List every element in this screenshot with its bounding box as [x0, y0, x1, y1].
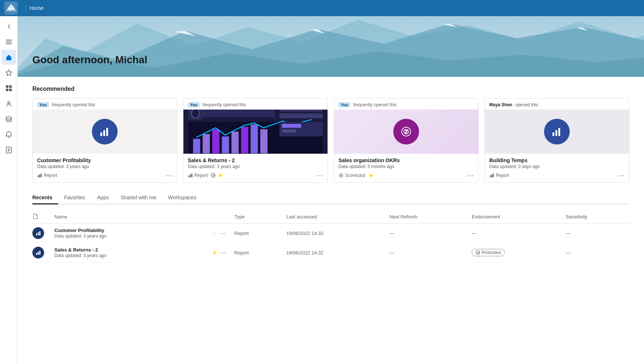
row-more-1[interactable]: ⋯: [220, 230, 226, 237]
card-type-1: Report: [37, 173, 57, 178]
card-type-row-2: Report ⋯: [188, 172, 323, 179]
card-type-3: Scorecard: [339, 173, 373, 178]
sidebar-item-apps[interactable]: [1, 81, 16, 96]
card-more-btn-3[interactable]: ⋯: [467, 172, 474, 179]
row-date-cell-1: 19/06/2022 14:32: [282, 224, 385, 243]
card-reason-2: You frequently opened this: [183, 99, 328, 110]
row-endorsement-cell-2: Promoted: [467, 243, 561, 263]
recommended-section: Recommended You frequently opened this C…: [18, 77, 644, 183]
table-header-row: Name Type Last accessed Next Refresh End…: [32, 210, 629, 224]
svg-point-8: [8, 101, 10, 104]
sidebar-item-datasets[interactable]: [1, 112, 16, 126]
tabs-section: Recents Favorites Apps Shared with me Wo…: [18, 183, 644, 204]
recents-tabs: Recents Favorites Apps Shared with me Wo…: [32, 192, 629, 204]
svg-rect-16: [39, 174, 40, 177]
card-footer-3: Sales organization OKRs Data updated: 5 …: [334, 154, 478, 182]
svg-rect-27: [232, 132, 239, 153]
svg-point-35: [192, 110, 199, 118]
row-type-cell-2: Report: [230, 243, 282, 263]
card-icons-right-2: ⋯: [316, 172, 323, 179]
card-icons-right-1: ⋯: [166, 172, 172, 179]
svg-rect-54: [39, 251, 40, 255]
card-type-row-1: Report ⋯: [37, 172, 172, 179]
row-sub-2: Data updated: 3 years ago: [54, 253, 106, 258]
card-name-4: Building Temps: [489, 157, 625, 163]
tab-apps[interactable]: Apps: [91, 192, 115, 204]
sidebar-item-menu[interactable]: [1, 35, 16, 49]
card-name-3: Sales organization OKRs: [339, 157, 474, 163]
row-icon-cell-2: [32, 243, 50, 263]
svg-rect-28: [241, 127, 248, 153]
svg-rect-14: [106, 128, 108, 136]
svg-point-39: [211, 174, 215, 178]
top-bar: Home: [0, 0, 644, 16]
svg-rect-29: [251, 124, 258, 153]
svg-rect-53: [38, 252, 39, 255]
sidebar-item-home[interactable]: [1, 50, 16, 65]
card-sub-1: Data updated: 3 years ago: [37, 164, 172, 169]
hero-banner: Good afternoon, Michal: [18, 16, 644, 77]
card-type-2: Report: [188, 173, 223, 178]
row-name-2[interactable]: Sales & Returns - 2: [54, 247, 106, 253]
row-refresh-cell-1: —: [385, 224, 468, 243]
row-star-2[interactable]: ★: [212, 250, 217, 256]
row-refresh-2: —: [390, 250, 394, 256]
svg-point-9: [6, 117, 11, 119]
svg-rect-52: [36, 253, 37, 255]
card-reason-1: You frequently opened this: [33, 99, 177, 110]
card-more-btn-4[interactable]: ⋯: [618, 172, 625, 179]
col-endorsement: Endorsement: [467, 210, 561, 224]
row-sensitivity-2: —: [566, 250, 570, 256]
recents-table: Name Type Last accessed Next Refresh End…: [32, 210, 629, 263]
svg-point-55: [476, 251, 480, 254]
card-type-row-3: Scorecard ⋯: [339, 172, 474, 179]
card-name-2: Sales & Returns - 2: [188, 157, 323, 163]
card-customer-profitability[interactable]: You frequently opened this Customer Prof…: [32, 98, 177, 183]
row-more-2[interactable]: ⋯: [220, 249, 226, 256]
card-icon-4: [544, 119, 570, 144]
svg-rect-32: [282, 124, 301, 128]
sidebar-item-back[interactable]: [1, 19, 16, 34]
card-thumb-4: [485, 110, 629, 154]
row-star-1[interactable]: ☆: [212, 230, 217, 236]
card-sales-okrs[interactable]: You frequently opened this Sales organiz…: [334, 98, 479, 183]
card-building-temps[interactable]: Maya Shen opened this Building Temps Dat…: [484, 98, 629, 183]
row-name-1[interactable]: Customer Profitability: [54, 228, 106, 233]
col-name: Name: [50, 210, 230, 224]
card-sales-returns[interactable]: You frequently opened this: [183, 98, 328, 183]
card-more-btn-2[interactable]: ⋯: [316, 172, 323, 179]
card-icon-1: [92, 119, 118, 144]
recommended-cards-row: You frequently opened this Customer Prof…: [32, 98, 629, 183]
row-icon-2: [32, 247, 44, 258]
row-sensitivity-cell-1: —: [561, 224, 629, 243]
tab-workspaces[interactable]: Workspaces: [162, 192, 202, 204]
svg-rect-5: [9, 85, 12, 88]
svg-rect-4: [6, 85, 8, 88]
row-type-1: Report: [235, 231, 249, 236]
svg-rect-6: [6, 89, 8, 91]
sidebar: [0, 16, 18, 364]
card-reason-text-4: opened this: [515, 102, 538, 107]
svg-rect-47: [491, 174, 493, 177]
tab-shared[interactable]: Shared with me: [115, 192, 162, 204]
svg-rect-37: [190, 174, 191, 177]
tab-recents[interactable]: Recents: [32, 192, 58, 204]
name-badge-4: Maya Shen: [489, 102, 512, 107]
row-endorsement-1: —: [472, 231, 476, 236]
table-row: Sales & Returns - 2 Data updated: 3 year…: [32, 243, 629, 263]
card-more-btn-1[interactable]: ⋯: [166, 172, 172, 179]
sidebar-item-people[interactable]: [1, 96, 16, 111]
row-sub-1: Data updated: 3 years ago: [54, 233, 106, 239]
svg-rect-24: [203, 134, 210, 153]
card-icons-right-3: ⋯: [467, 172, 474, 179]
card-reason-4: Maya Shen opened this: [485, 99, 629, 110]
hero-greeting: Good afternoon, Michal: [32, 54, 147, 66]
sidebar-item-favorites[interactable]: [1, 65, 16, 80]
sidebar-item-metrics[interactable]: [1, 143, 16, 157]
card-reason-text-3: frequently opened this: [353, 102, 397, 107]
row-refresh-cell-2: —: [385, 243, 468, 263]
mountain-background: [18, 16, 644, 77]
promoted-label: Promoted: [482, 250, 501, 255]
tab-favorites[interactable]: Favorites: [58, 192, 91, 204]
sidebar-item-alerts[interactable]: [1, 127, 16, 142]
